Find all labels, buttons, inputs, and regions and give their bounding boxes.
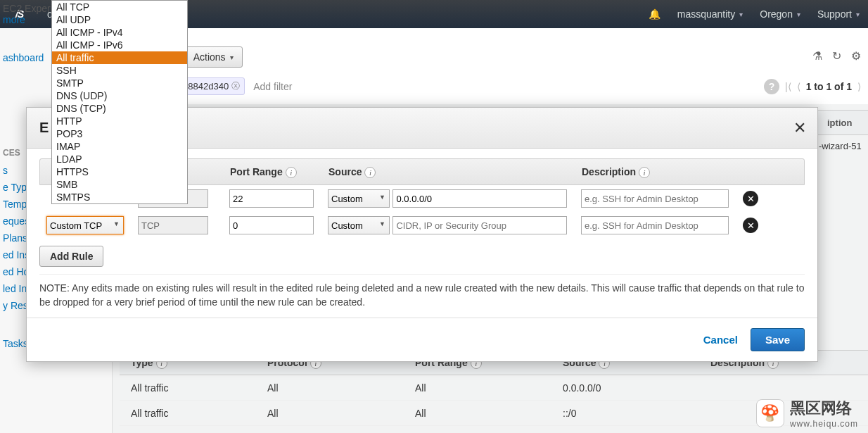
page-range: 1 to 1 of 1 — [806, 81, 852, 92]
close-icon[interactable]: ⓧ — [231, 80, 240, 92]
gear-icon[interactable]: ⚙ — [851, 49, 861, 63]
chevron-down-icon: ▾ — [739, 11, 743, 18]
cancel-button[interactable]: Cancel — [703, 334, 738, 346]
dropdown-option[interactable]: SMTPS — [52, 191, 187, 203]
cell-source: ::/0 — [563, 408, 710, 419]
source-input[interactable] — [392, 216, 567, 234]
watermark: 🍄 黑区网络 www.heiqu.com — [756, 398, 858, 429]
cell-sg-name: -wizard-51 — [819, 141, 868, 151]
info-icon[interactable]: i — [364, 167, 376, 178]
dropdown-option[interactable]: All UDP — [52, 13, 187, 26]
refresh-icon[interactable]: ↻ — [832, 49, 841, 63]
dropdown-option[interactable]: SMB — [52, 178, 187, 191]
port-range-input[interactable] — [229, 216, 314, 234]
cell-source: 0.0.0.0/0 — [563, 382, 710, 394]
user-label: massquantity — [677, 8, 735, 20]
cell-proto: All — [267, 408, 415, 419]
pagination: ? |⟨ ⟨ 1 to 1 of 1 ⟩ — [764, 79, 861, 94]
protocol-input — [138, 216, 208, 234]
port-range-input[interactable] — [229, 189, 314, 208]
info-icon[interactable]: i — [639, 167, 650, 178]
prev-page-icon[interactable]: ⟨ — [797, 81, 800, 92]
dropdown-option[interactable]: POP3 — [52, 127, 187, 140]
chevron-down-icon: ▾ — [230, 54, 234, 61]
cell-proto: All — [267, 382, 415, 394]
col-source-label: Source — [328, 166, 362, 177]
next-page-icon[interactable]: ⟩ — [857, 81, 861, 92]
col-port-label: Port Range — [230, 166, 283, 177]
dropdown-option[interactable]: All ICMP - IPv6 — [52, 39, 187, 51]
watermark-url: www.heiqu.com — [790, 419, 858, 429]
delete-rule-icon[interactable]: ✕ — [743, 218, 758, 233]
dropdown-option[interactable]: All ICMP - IPv4 — [52, 26, 187, 39]
cell-port: All — [415, 408, 563, 419]
dropdown-option[interactable]: HTTPS — [52, 165, 187, 178]
dropdown-option[interactable]: SSH — [52, 64, 187, 77]
info-icon[interactable]: i — [286, 167, 297, 178]
flask-icon[interactable]: ⚗ — [812, 49, 822, 63]
dropdown-option[interactable]: DNS (UDP) — [52, 89, 187, 102]
help-icon[interactable]: ? — [764, 79, 779, 94]
region-menu[interactable]: Oregon▾ — [751, 0, 809, 28]
support-menu[interactable]: Support▾ — [809, 0, 868, 28]
dropdown-option[interactable]: All traffic — [52, 51, 187, 64]
cell-port: All — [415, 382, 563, 394]
description-input[interactable] — [581, 189, 729, 208]
add-rule-button[interactable]: Add Rule — [39, 246, 103, 267]
dropdown-option[interactable]: IMAP — [52, 140, 187, 153]
chevron-down-icon: ▾ — [856, 11, 860, 18]
modal-footer: Cancel Save — [27, 318, 817, 361]
first-page-icon[interactable]: |⟨ — [785, 81, 791, 92]
col-desc-label: Description — [582, 166, 636, 177]
dropdown-option[interactable]: HTTP — [52, 115, 187, 127]
close-icon[interactable]: ✕ — [793, 119, 806, 137]
type-select[interactable]: Custom TCP — [46, 216, 124, 234]
rule-row: Custom TCP Custom ✕ — [39, 212, 805, 239]
dropdown-option[interactable]: DNS (TCP) — [52, 102, 187, 115]
cell-type: All traffic — [120, 382, 267, 394]
save-button[interactable]: Save — [751, 328, 805, 351]
bell-icon[interactable]: 🔔 — [640, 0, 669, 28]
source-type-select[interactable]: Custom — [328, 216, 390, 234]
source-input[interactable] — [392, 189, 567, 208]
watermark-icon: 🍄 — [756, 399, 784, 427]
dropdown-option[interactable]: All TCP — [52, 1, 187, 13]
source-type-select[interactable]: Custom — [328, 189, 390, 208]
col-description: iption — [819, 118, 868, 128]
support-label: Support — [817, 8, 852, 20]
account-menu[interactable]: massquantity▾ — [669, 0, 751, 28]
delete-rule-icon[interactable]: ✕ — [743, 191, 758, 206]
note-text: NOTE: Any edits made on existing rules w… — [39, 274, 805, 309]
actions-button[interactable]: Actions▾ — [184, 46, 243, 68]
dropdown-option[interactable]: LDAP — [52, 153, 187, 165]
actions-label: Actions — [193, 51, 226, 63]
modal-title: E — [39, 120, 49, 136]
description-input[interactable] — [581, 216, 729, 234]
type-dropdown[interactable]: All TCPAll UDPAll ICMP - IPv4All ICMP - … — [51, 0, 188, 204]
dropdown-option[interactable]: SMTP — [52, 77, 187, 89]
add-filter-input[interactable]: Add filter — [248, 81, 292, 92]
table-row[interactable]: All traffic All All 0.0.0.0/0 — [120, 375, 868, 401]
cell-type: All traffic — [120, 408, 267, 419]
watermark-title: 黑区网络 — [790, 398, 858, 419]
region-label: Oregon — [760, 8, 793, 20]
chevron-down-icon: ▾ — [797, 11, 800, 18]
